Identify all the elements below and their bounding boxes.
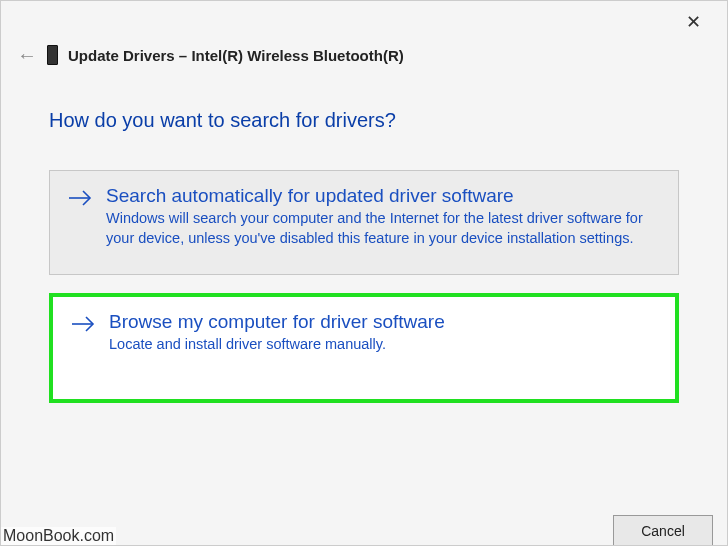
option-browse-computer[interactable]: Browse my computer for driver software L…	[49, 293, 679, 403]
close-button[interactable]: ✕	[678, 7, 709, 37]
option-description: Windows will search your computer and th…	[106, 209, 660, 248]
watermark: MoonBook.com	[1, 527, 116, 545]
cancel-button[interactable]: Cancel	[613, 515, 713, 545]
dialog-title: Update Drivers – Intel(R) Wireless Bluet…	[68, 47, 404, 64]
dialog-content: How do you want to search for drivers? S…	[49, 109, 679, 421]
device-icon	[47, 45, 58, 65]
option-search-automatically[interactable]: Search automatically for updated driver …	[49, 170, 679, 275]
prompt-heading: How do you want to search for drivers?	[49, 109, 679, 132]
back-arrow-icon: ←	[17, 45, 37, 65]
dialog-header: ← Update Drivers – Intel(R) Wireless Blu…	[17, 45, 711, 65]
option-title: Browse my computer for driver software	[109, 311, 657, 333]
option-description: Locate and install driver software manua…	[109, 335, 657, 355]
option-body: Search automatically for updated driver …	[106, 185, 660, 248]
arrow-right-icon	[68, 189, 92, 207]
option-title: Search automatically for updated driver …	[106, 185, 660, 207]
arrow-right-icon	[71, 315, 95, 333]
option-body: Browse my computer for driver software L…	[109, 311, 657, 355]
